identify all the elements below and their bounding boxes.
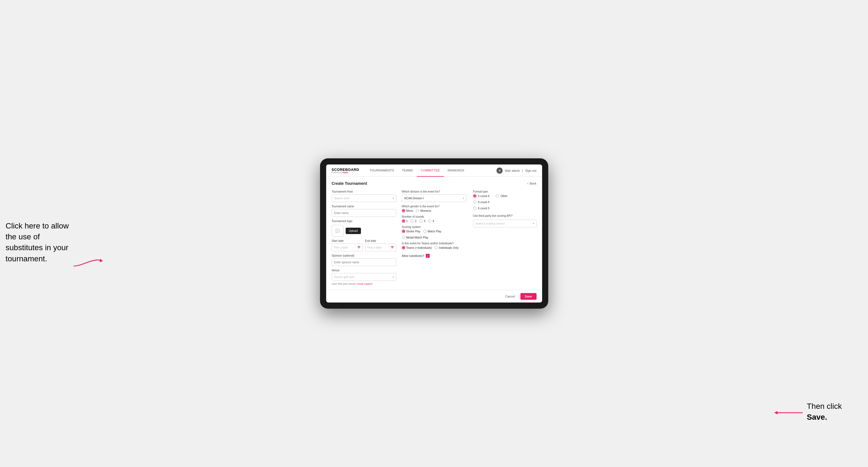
- scoring-medal-label: Medal Match Play: [406, 236, 428, 239]
- rounds-4-radio[interactable]: [428, 219, 431, 223]
- arrow-right-icon: [772, 407, 805, 418]
- rounds-group: Number of rounds 1 2: [402, 215, 466, 223]
- format-other-radio[interactable]: [496, 194, 499, 197]
- tournament-name-group: Tournament name: [332, 205, 396, 217]
- nav-bar: SCOREBOARD Powered by clippd TOURNAMENTS…: [326, 164, 542, 177]
- logo: SCOREBOARD Powered by clippd: [332, 168, 359, 174]
- back-link[interactable]: ‹ Back: [527, 182, 536, 185]
- event-individuals-radio[interactable]: [434, 246, 438, 249]
- division-chevron-icon: ▾: [463, 197, 464, 199]
- arrow-left-icon: [71, 252, 104, 269]
- rounds-3-label: 3: [424, 220, 426, 223]
- division-select[interactable]: NCAA Division I ▾: [402, 194, 466, 202]
- calendar-icon: 📅: [357, 246, 361, 249]
- tournament-name-input[interactable]: [332, 209, 396, 217]
- nav-user: B blair admin | Sign out: [496, 167, 536, 174]
- svg-marker-0: [100, 259, 103, 262]
- nav-separator: |: [522, 169, 523, 172]
- scoring-stroke-radio[interactable]: [402, 229, 405, 233]
- tournament-host-select[interactable]: Search team ▾: [332, 194, 396, 202]
- tournament-name-label: Tournament name: [332, 205, 396, 208]
- start-date-group: Start date Pick a date 📅: [332, 239, 363, 251]
- form-grid: Tournament Host Search team ▾ Tournament…: [332, 190, 536, 285]
- sponsor-field[interactable]: [334, 261, 394, 264]
- gender-womens-radio[interactable]: [416, 209, 419, 212]
- tablet-frame: SCOREBOARD Powered by clippd TOURNAMENTS…: [320, 158, 548, 309]
- nav-committee[interactable]: COMMITTEE: [417, 164, 444, 177]
- event-teams-label: Teams (+Individuals): [406, 246, 432, 249]
- venue-label: Venue: [332, 269, 396, 272]
- tournament-name-field[interactable]: [334, 212, 394, 215]
- format-6count4-label: 6 count 4: [478, 201, 490, 204]
- event-teams-radio[interactable]: [402, 246, 405, 249]
- scoring-stroke[interactable]: Stroke Play: [402, 229, 421, 233]
- venue-select[interactable]: Search golf club ▾: [332, 273, 396, 281]
- format-6count4-radio[interactable]: [473, 200, 476, 204]
- format-6count5-radio[interactable]: [473, 207, 476, 210]
- rounds-4[interactable]: 4: [428, 219, 434, 223]
- scoring-match-radio[interactable]: [423, 229, 427, 233]
- nav-links: TOURNAMENTS TEAMS COMMITTEE RANKINGS: [366, 164, 496, 177]
- format-5count4[interactable]: 5 count 4 Other: [473, 194, 536, 197]
- rounds-3-radio[interactable]: [420, 219, 423, 223]
- back-arrow-icon: ‹: [527, 182, 528, 185]
- rounds-4-label: 4: [432, 220, 434, 223]
- scoring-api-group: Use third-party live scoring API? Select…: [473, 214, 536, 227]
- chevron-down-icon: ▾: [393, 197, 394, 199]
- scoring-api-placeholder: Select a scoring service: [475, 222, 505, 225]
- scoring-match[interactable]: Match Play: [423, 229, 441, 233]
- format-5count4-radio[interactable]: [473, 194, 476, 197]
- rounds-1[interactable]: 1: [402, 219, 408, 223]
- gender-group: Which gender is the event for? Mens Wome…: [402, 205, 466, 212]
- cancel-button[interactable]: Cancel: [502, 293, 518, 300]
- sponsor-label: Sponsor (optional): [332, 254, 396, 257]
- format-6count4[interactable]: 6 count 4: [473, 200, 536, 204]
- gender-radio-group: Mens Womens: [402, 209, 466, 212]
- sponsor-input[interactable]: [332, 258, 396, 266]
- format-6count5-label: 6 count 5: [478, 207, 490, 210]
- end-date-input[interactable]: Pick a date 📅: [365, 244, 396, 251]
- logo-scoreboard: SCOREBOARD: [332, 168, 359, 172]
- venue-chevron-icon: ▾: [393, 276, 394, 278]
- division-label: Which division is the event for?: [402, 190, 466, 193]
- rounds-3[interactable]: 3: [420, 219, 426, 223]
- svg-marker-1: [774, 411, 778, 414]
- gender-mens-label: Mens: [406, 209, 413, 212]
- gender-mens[interactable]: Mens: [402, 209, 413, 212]
- start-date-input[interactable]: Pick a date 📅: [332, 244, 363, 251]
- tournament-logo-group: Tournament logo Upload: [332, 220, 396, 237]
- nav-teams[interactable]: TEAMS: [398, 164, 416, 177]
- end-date-label: End date: [365, 239, 396, 242]
- gender-womens-label: Womens: [420, 209, 431, 212]
- allow-substitutes-checkbox[interactable]: ✓: [426, 254, 430, 258]
- scoring-system-radio-group: Stroke Play Match Play Medal Match Play: [402, 229, 466, 239]
- annotation-right: Then click Save.: [807, 401, 862, 423]
- venue-email-link[interactable]: email support: [357, 282, 372, 285]
- format-type-group: Format type 5 count 4 Other 6 count 4: [473, 190, 536, 212]
- sign-out-link[interactable]: Sign out: [525, 169, 536, 172]
- event-type-radio-group: Teams (+Individuals) Individuals Only: [402, 246, 466, 249]
- event-individuals[interactable]: Individuals Only: [434, 246, 459, 249]
- gender-mens-radio[interactable]: [402, 209, 405, 212]
- scoring-medal-radio[interactable]: [402, 236, 405, 239]
- upload-button[interactable]: Upload: [346, 228, 361, 234]
- event-teams[interactable]: Teams (+Individuals): [402, 246, 432, 249]
- scoring-api-select[interactable]: Select a scoring service ▾: [473, 220, 536, 227]
- save-button[interactable]: Save: [520, 293, 536, 300]
- scoring-medal-match[interactable]: Medal Match Play: [402, 236, 428, 239]
- format-6count5[interactable]: 6 count 5: [473, 207, 536, 210]
- gender-womens[interactable]: Womens: [416, 209, 431, 212]
- nav-tournaments[interactable]: TOURNAMENTS: [366, 164, 398, 177]
- nav-rankings[interactable]: RANKINGS: [444, 164, 468, 177]
- form-col-1: Tournament Host Search team ▾ Tournament…: [332, 190, 396, 285]
- rounds-1-radio[interactable]: [402, 219, 405, 223]
- sponsor-group: Sponsor (optional): [332, 254, 396, 266]
- division-value: NCAA Division I: [404, 197, 424, 200]
- allow-substitutes-label: Allow substitutes?: [402, 254, 424, 257]
- start-date-label: Start date: [332, 239, 363, 242]
- tournament-logo-label: Tournament logo: [332, 220, 396, 223]
- rounds-2[interactable]: 2: [410, 219, 416, 223]
- page-title: Create Tournament: [332, 181, 367, 186]
- rounds-2-radio[interactable]: [410, 219, 414, 223]
- form-footer: Cancel Save: [326, 290, 542, 303]
